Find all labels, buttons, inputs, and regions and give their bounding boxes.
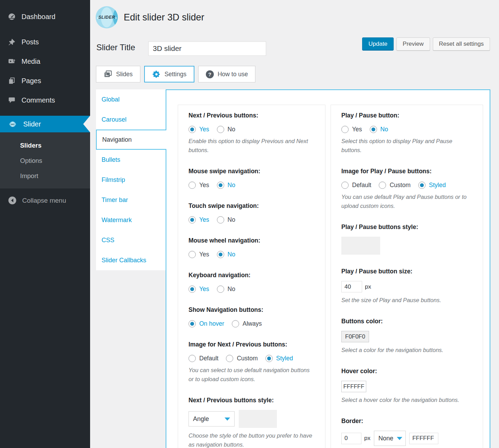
reset-all-settings-button[interactable]: Reset all settings: [433, 37, 490, 51]
settings-nav-timer-bar[interactable]: Timer bar: [96, 190, 166, 210]
radio-group-keyboard-navigation: YesNo: [189, 285, 315, 293]
sidebar-item-label: Slider: [23, 120, 41, 128]
next-prev-buttons-yes-radio[interactable]: [189, 126, 196, 133]
update-button[interactable]: Update: [362, 37, 394, 51]
buttons-color-swatch[interactable]: F0F0F0: [341, 331, 369, 342]
header-actions: Update Preview Reset all settings: [362, 37, 490, 51]
keyboard-navigation-no-radio[interactable]: [217, 286, 224, 293]
tab-slides[interactable]: Slides: [96, 66, 140, 82]
mouse-wheel-navigation-yes-radio[interactable]: [189, 251, 196, 258]
tab-settings[interactable]: Settings: [144, 66, 194, 82]
settings-nav-carousel[interactable]: Carousel: [96, 109, 166, 130]
page-header: ‹ SLIDER › Edit slider 3D slider: [96, 6, 204, 28]
settings-nav-bullets[interactable]: Bullets: [96, 150, 166, 170]
radio-label-no[interactable]: No: [380, 126, 388, 133]
play-pause-button-yes-radio[interactable]: [341, 126, 349, 133]
admin-menu: DashboardPostsMediaPagesCommentsWDSlider: [0, 0, 90, 132]
slider-plugin-logo-icon: ‹ SLIDER ›: [96, 6, 118, 28]
show-navigation-buttons-on-hover-radio[interactable]: [189, 320, 196, 327]
sidebar-item-label: Dashboard: [21, 13, 55, 21]
image-play-pause-buttons-custom-radio[interactable]: [379, 182, 386, 189]
mouse-swipe-navigation-no-radio[interactable]: [217, 182, 224, 189]
radio-group-image-next-prev-buttons: DefaultCustomStyled: [189, 354, 315, 362]
settings-panel-inner: Next / Previous buttons:YesNoEnable this…: [166, 90, 490, 448]
image-next-prev-buttons-default-radio[interactable]: [189, 355, 196, 362]
submenu-item-import[interactable]: Import: [0, 168, 90, 184]
play-pause-button-no-radio[interactable]: [370, 126, 377, 133]
setting-heading: Next / Previous buttons:: [189, 112, 315, 119]
radio-label-styled[interactable]: Styled: [429, 182, 446, 189]
touch-swipe-navigation-yes-radio[interactable]: [189, 216, 196, 223]
image-next-prev-buttons-styled-radio[interactable]: [265, 355, 273, 362]
collapse-menu-label: Collapse menu: [22, 197, 66, 204]
play-pause-size-input[interactable]: [341, 281, 362, 292]
sidebar-item-slider[interactable]: WDSlider: [0, 116, 90, 132]
radio-label-no[interactable]: No: [228, 251, 235, 258]
hover-color-swatch[interactable]: FFFFFF: [341, 381, 366, 392]
radio-label-yes[interactable]: Yes: [199, 216, 209, 223]
tab-how-to-use[interactable]: ?How to use: [198, 66, 256, 82]
radio-label-no[interactable]: No: [228, 126, 235, 133]
sidebar-item-posts[interactable]: Posts: [0, 32, 90, 52]
radio-group-touch-swipe-navigation: YesNo: [189, 216, 315, 224]
settings-nav-global[interactable]: Global: [96, 89, 166, 109]
submenu-item-sliders[interactable]: Sliders: [0, 138, 90, 153]
controls-row: FFFFFF: [341, 381, 472, 392]
radio-label-custom[interactable]: Custom: [389, 182, 410, 189]
settings-nav-css[interactable]: CSS: [96, 230, 166, 250]
border-width-input[interactable]: [341, 433, 361, 444]
settings-nav-navigation[interactable]: Navigation: [96, 130, 166, 150]
radio-label-no[interactable]: No: [228, 216, 235, 223]
radio-label-no[interactable]: No: [228, 286, 235, 293]
pages-icon: [8, 77, 16, 85]
next-prev-buttons-no-radio[interactable]: [217, 126, 224, 133]
slider-title-label: Slider Title: [96, 43, 135, 52]
slider-logo-icon: WD: [8, 121, 17, 127]
image-play-pause-buttons-default-radio[interactable]: [341, 182, 349, 189]
radio-label-always[interactable]: Always: [243, 320, 262, 327]
radio-label-default[interactable]: Default: [352, 182, 371, 189]
sidebar-item-media[interactable]: Media: [0, 52, 90, 71]
help-text: Set the size of Play and Pause buttons.: [341, 296, 472, 305]
media-icon: [8, 58, 16, 65]
touch-swipe-navigation-no-radio[interactable]: [217, 216, 224, 223]
mouse-swipe-navigation-yes-radio[interactable]: [189, 182, 196, 189]
radio-label-styled[interactable]: Styled: [276, 355, 293, 362]
radio-label-yes[interactable]: Yes: [199, 251, 209, 258]
sidebar-item-pages[interactable]: Pages: [0, 71, 90, 90]
slides-icon: [104, 70, 112, 79]
settings-nav-watermark[interactable]: Watermark: [96, 210, 166, 230]
radio-label-custom[interactable]: Custom: [237, 355, 257, 362]
image-play-pause-buttons-styled-radio[interactable]: [418, 182, 426, 189]
keyboard-navigation-yes-radio[interactable]: [189, 286, 196, 293]
show-navigation-buttons-always-radio[interactable]: [232, 320, 239, 327]
radio-label-yes[interactable]: Yes: [199, 126, 209, 133]
radio-label-no[interactable]: No: [228, 182, 235, 189]
image-next-prev-buttons-custom-radio[interactable]: [226, 355, 233, 362]
setting-heading: Keyboard navigation:: [189, 272, 315, 279]
border-color-input[interactable]: [409, 433, 438, 444]
setting-heading: Show Navigation buttons:: [189, 306, 315, 314]
sidebar-item-label: Pages: [21, 77, 41, 85]
setting-section-touch-swipe-navigation: Touch swipe navigation:YesNo: [189, 202, 315, 224]
settings-nav-slider-callbacks[interactable]: Slider Callbacks: [96, 250, 166, 270]
setting-heading: Next / Previous buttons style:: [189, 397, 315, 404]
radio-label-on-hover[interactable]: On hover: [199, 320, 224, 327]
radio-label-yes[interactable]: Yes: [352, 126, 362, 133]
setting-section-play-pause-buttons-style: Play / Pause buttons style:: [341, 223, 472, 255]
collapse-menu-button[interactable]: Collapse menu: [0, 188, 90, 205]
sidebar-item-dashboard[interactable]: Dashboard: [0, 7, 90, 26]
setting-section-next-previous-buttons-style: Next / Previous buttons style:AngleChoos…: [189, 397, 315, 448]
mouse-wheel-navigation-no-radio[interactable]: [217, 251, 224, 258]
radio-label-yes[interactable]: Yes: [199, 286, 209, 293]
nav-style-select[interactable]: Angle: [189, 411, 235, 427]
submenu-item-options[interactable]: Options: [0, 153, 90, 168]
radio-group-next-prev-buttons: YesNo: [189, 125, 315, 133]
slider-title-input[interactable]: [148, 41, 266, 56]
preview-button[interactable]: Preview: [396, 37, 430, 51]
radio-label-yes[interactable]: Yes: [199, 182, 209, 189]
radio-label-default[interactable]: Default: [199, 355, 218, 362]
border-type-select[interactable]: None: [374, 431, 406, 446]
settings-nav-filmstrip[interactable]: Filmstrip: [96, 170, 166, 190]
sidebar-item-comments[interactable]: Comments: [0, 90, 90, 110]
